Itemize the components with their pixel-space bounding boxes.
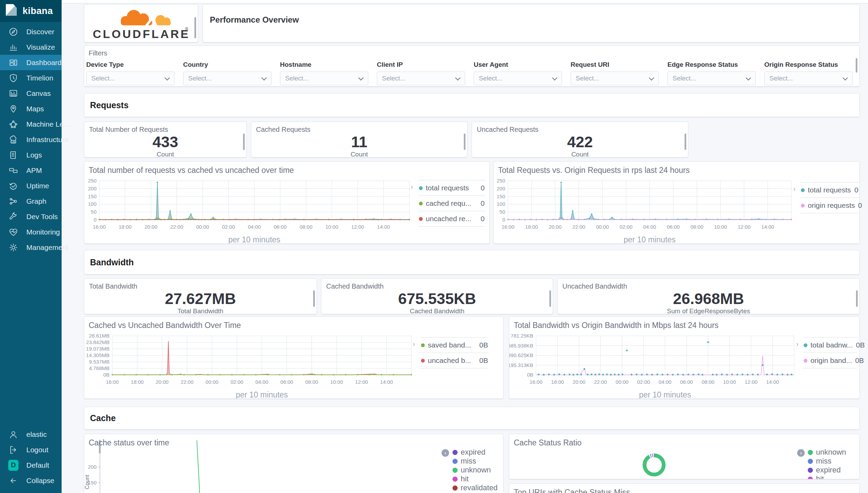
- legend-item[interactable]: saved band...0B: [420, 337, 489, 353]
- sidebar-item-dev-tools[interactable]: Dev Tools: [0, 209, 62, 224]
- filter-select[interactable]: Select...: [377, 72, 465, 85]
- top-uris-panel: Top URIs with Cache Status Miss: [509, 483, 860, 493]
- timelion-icon: [8, 73, 18, 83]
- filters-panel: Filters Device Type Select... Country Se…: [84, 46, 860, 87]
- sidebar-item-infrastructure[interactable]: Infrastructure: [0, 132, 62, 147]
- sidebar-item-label: Visualize: [26, 43, 55, 51]
- sidebar-item-graph[interactable]: Graph: [0, 193, 62, 209]
- sidebar-item-management[interactable]: Management: [0, 240, 62, 255]
- sidebar-item-monitoring[interactable]: Monitoring: [0, 224, 62, 240]
- sidebar-item-label: Infrastructure: [26, 136, 69, 144]
- metric-cached-requests: Cached Requests 11 Count: [251, 122, 468, 157]
- legend-item[interactable]: cached requ...0: [418, 195, 485, 211]
- legend-item[interactable]: unknown: [808, 448, 846, 457]
- sidebar-item-default[interactable]: D Default: [0, 457, 62, 473]
- panel-scrollbar[interactable]: [856, 290, 858, 307]
- legend-item[interactable]: revalidated: [452, 483, 498, 492]
- legend-item[interactable]: uncached b...0B: [420, 353, 489, 368]
- legend-item[interactable]: expired: [452, 448, 498, 457]
- series-dot-icon: [419, 186, 423, 190]
- kibana-brand[interactable]: kibana: [0, 0, 62, 22]
- logout-icon: [8, 445, 18, 455]
- panel-scrollbar[interactable]: [194, 17, 196, 38]
- legend-item[interactable]: hit: [452, 475, 498, 483]
- legend-expand-icon[interactable]: ›: [797, 449, 805, 457]
- legend-expand-icon[interactable]: ›: [442, 449, 449, 457]
- sidebar-item-logout[interactable]: Logout: [0, 442, 62, 457]
- panel-scrollbar[interactable]: [856, 58, 857, 73]
- sidebar-item-uptime[interactable]: Uptime: [0, 178, 62, 193]
- legend-item[interactable]: origin band...0B: [803, 353, 857, 368]
- filter-user-agent: User Agent Select...: [474, 61, 562, 85]
- panel-scrollbar[interactable]: [464, 134, 465, 150]
- sidebar-item-canvas[interactable]: Canvas: [0, 86, 62, 101]
- filter-label: Edge Response Status: [667, 61, 756, 68]
- panel-scrollbar[interactable]: [685, 134, 686, 150]
- panel-scrollbar[interactable]: [243, 134, 245, 150]
- metric-value: 27.627MB: [84, 290, 317, 308]
- legend-item[interactable]: total badnw...0B: [803, 337, 857, 353]
- filter-select[interactable]: Select...: [474, 72, 562, 85]
- chart-legend: total badnw...0Borigin band...0B: [803, 337, 857, 368]
- filter-label: Origin Response Status: [764, 61, 853, 68]
- svg-text:250: 250: [88, 178, 97, 184]
- sidebar-item-label: Machine Le…: [26, 120, 71, 128]
- legend-item[interactable]: total requests0: [418, 180, 485, 195]
- filter-label: Device Type: [86, 61, 175, 68]
- sidebar-item-timelion[interactable]: Timelion: [0, 70, 62, 86]
- legend-item[interactable]: hit: [808, 475, 846, 479]
- legend-item[interactable]: origin requests0: [800, 198, 859, 213]
- space-default-icon: D: [8, 460, 18, 470]
- legend-expand-icon[interactable]: ›: [796, 340, 799, 348]
- legend-label: saved band...: [428, 341, 471, 349]
- legend-expand-icon[interactable]: ›: [411, 183, 413, 191]
- legend-expand-icon[interactable]: ›: [413, 340, 415, 348]
- filter-select[interactable]: Select...: [183, 72, 271, 85]
- filter-select[interactable]: Select...: [571, 72, 659, 85]
- chevron-down-icon: [746, 75, 751, 81]
- series-dot-icon: [452, 468, 458, 473]
- chart-legend: total requests0cached requ...0uncached r…: [418, 180, 485, 227]
- select-placeholder: Select...: [382, 75, 406, 82]
- svg-text:00:00: 00:00: [206, 379, 219, 385]
- legend-item[interactable]: miss: [452, 457, 498, 466]
- svg-text:08:00: 08:00: [305, 379, 318, 385]
- svg-text:Count: Count: [84, 475, 90, 489]
- cache-status-over-time-panel: 200150Count Cache status over time ›expi…: [84, 434, 503, 493]
- chevron-down-icon: [552, 75, 558, 81]
- filter-client-ip: Client IP Select...: [377, 61, 465, 85]
- legend-label: origin band...: [810, 356, 852, 365]
- legend-item[interactable]: total requests0: [800, 182, 859, 198]
- sidebar-item-label: elastic: [26, 430, 47, 439]
- legend-label: uncached b...: [428, 356, 471, 365]
- legend-item[interactable]: expired: [808, 466, 846, 475]
- sidebar-item-elastic[interactable]: elastic: [0, 427, 62, 442]
- chevron-down-icon: [261, 75, 267, 81]
- legend-expand-icon[interactable]: ›: [793, 185, 796, 193]
- filter-select[interactable]: Select...: [764, 72, 853, 85]
- filter-select[interactable]: Select...: [667, 72, 756, 85]
- sidebar-item-label: Default: [26, 461, 49, 469]
- metric-cached-bandwidth: Cached Bandwidth 675.535KB Cached Bandwi…: [321, 278, 553, 314]
- requests-over-time-chart-panel: 25020015010050016:0018:0020:0022:0000:00…: [84, 161, 490, 244]
- panel-scrollbar[interactable]: [549, 290, 551, 307]
- panel-scrollbar[interactable]: [313, 290, 315, 307]
- sidebar-item-discover[interactable]: Discover: [0, 24, 62, 39]
- filter-select[interactable]: Select...: [86, 72, 175, 85]
- metric-value: 433: [84, 133, 246, 151]
- sidebar-item-maps[interactable]: Maps: [0, 101, 62, 116]
- sidebar-item-label: Discover: [26, 28, 54, 36]
- sidebar-item-collapse[interactable]: Collapse: [0, 473, 62, 488]
- series-dot-icon: [808, 459, 813, 464]
- legend-item[interactable]: miss: [808, 457, 846, 466]
- sidebar-item-dashboard[interactable]: Dashboard: [0, 55, 62, 70]
- sidebar-item-machine-le-[interactable]: Machine Le…: [0, 116, 62, 132]
- sidebar-item-logs[interactable]: Logs: [0, 147, 62, 163]
- filter-select[interactable]: Select...: [280, 72, 368, 85]
- series-dot-icon: [421, 359, 425, 363]
- section-title: Cache: [90, 413, 116, 423]
- legend-item[interactable]: unknown: [452, 466, 498, 475]
- sidebar-item-visualize[interactable]: Visualize: [0, 39, 62, 55]
- sidebar-item-apm[interactable]: APM: [0, 163, 62, 178]
- legend-item[interactable]: uncached re...0: [418, 211, 485, 227]
